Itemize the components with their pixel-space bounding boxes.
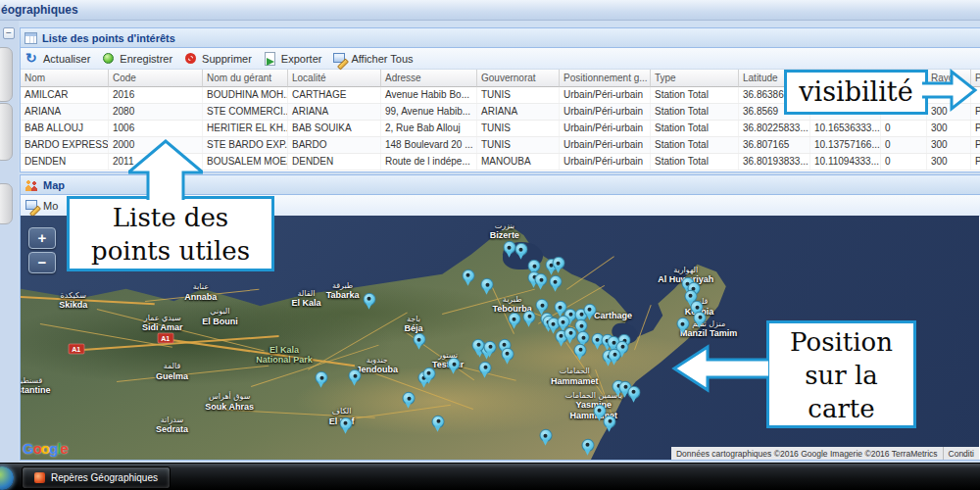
cell-col-cachee: 0 [881, 137, 927, 153]
google-logo-letter: g [49, 440, 57, 457]
callout-visibilite-text: visibilité [799, 76, 912, 107]
supprimer-button[interactable]: Supprimer [184, 52, 252, 65]
cell-longitude: 10.16536333... [810, 121, 881, 136]
cell-gouvernorat: TUNIS [477, 87, 560, 103]
map-place-label: عنابةAnnaba [184, 283, 217, 303]
map-marker[interactable] [349, 369, 362, 382]
map-marker[interactable] [339, 417, 352, 430]
column-header-positionnement[interactable]: Positionnement g... [560, 70, 651, 87]
enregistrer-button[interactable]: Enregistrer [102, 52, 172, 65]
cell-localite: BAB SOUIKA [288, 121, 381, 136]
delete-icon [184, 52, 198, 65]
map-marker[interactable] [479, 362, 492, 374]
map-marker[interactable] [583, 304, 596, 317]
map-marker[interactable] [694, 311, 707, 323]
cell-latitude: 36.80225833... [739, 121, 810, 136]
actualiser-button[interactable]: Actualiser [25, 52, 90, 65]
callout-position-line1: Position [769, 325, 913, 359]
collapsed-panel-handle[interactable] [0, 183, 13, 224]
column-header-adresse[interactable]: Adresse [381, 70, 477, 87]
map-marker[interactable] [484, 341, 497, 354]
app-pin-icon [34, 472, 45, 483]
highway-badge: A1 [157, 333, 173, 344]
map-marker[interactable] [609, 349, 621, 362]
map-marker[interactable] [564, 327, 577, 340]
map-marker[interactable] [523, 310, 536, 322]
map-marker[interactable] [363, 292, 375, 305]
cell-rayon: 300 [927, 121, 971, 136]
map-marker[interactable] [574, 344, 587, 357]
column-header-localite[interactable]: Localité [288, 70, 381, 87]
map-place-label: Carthage [594, 311, 632, 320]
cell-type: Station Total [651, 104, 739, 120]
cell-gerant: STE BARDO EXP... [203, 137, 288, 153]
map-marker[interactable] [577, 331, 590, 344]
cell-p: P [971, 121, 980, 136]
afficher-tous-label: Afficher Tous [351, 53, 413, 65]
collapsed-panel-handle[interactable] [0, 47, 13, 102]
map-marker[interactable] [514, 243, 527, 256]
map-marker[interactable] [462, 270, 474, 282]
map-marker[interactable] [575, 319, 588, 332]
map-marker[interactable] [403, 392, 416, 405]
map-marker[interactable] [481, 278, 494, 291]
cell-p: P [971, 137, 980, 153]
map-marker[interactable] [501, 348, 514, 361]
column-header-gerant[interactable]: Nom du gérant [203, 70, 288, 87]
afficher-tous-button[interactable]: Afficher Tous [333, 52, 413, 65]
map-marker[interactable] [535, 273, 548, 286]
map-place-label: باجةBéja [404, 315, 422, 334]
exporter-button[interactable]: Exporter [264, 52, 322, 65]
highway-badge: A1 [68, 343, 84, 354]
cell-code: 1006 [109, 121, 203, 136]
collapsed-panel-handle[interactable] [0, 103, 13, 161]
column-header-code[interactable]: Code [109, 70, 203, 87]
map-marker[interactable] [552, 257, 564, 270]
map-marker[interactable] [422, 367, 435, 379]
collapse-panel-button[interactable]: − [3, 27, 15, 39]
map-attribution: Données cartographiques ©2016 Google Ima… [671, 447, 979, 460]
map-marker[interactable] [604, 416, 616, 428]
map-marker[interactable] [316, 371, 328, 384]
map-place-label: سوق أهراسSouk Ahras [205, 393, 254, 413]
map-marker[interactable] [581, 439, 594, 452]
cell-type: Station Total [651, 137, 739, 153]
grid-panel-title: Liste des points d'intérêts [42, 32, 175, 44]
column-header-nom[interactable]: Nom [21, 70, 109, 87]
save-icon [102, 52, 116, 65]
map-marker[interactable] [536, 299, 549, 312]
cell-gouvernorat: MANOUBA [477, 154, 560, 170]
table-row[interactable]: BAB ALLOUJ1006HERITIER EL KH...BAB SOUIK… [21, 121, 980, 137]
callout-liste-points: Liste des points utiles [67, 196, 274, 271]
zoom-out-button[interactable]: − [28, 252, 56, 273]
map-marker[interactable] [627, 385, 640, 398]
start-button[interactable] [0, 466, 14, 490]
modifier-button[interactable]: Mo [25, 199, 58, 212]
cell-gerant: BOUSALEM MOEZ [203, 154, 288, 170]
map-marker[interactable] [448, 358, 461, 370]
cell-positionnement: Urbain/Péri-urbain [560, 121, 651, 136]
zoom-in-button[interactable]: + [28, 227, 56, 249]
enregistrer-label: Enregistrer [120, 53, 172, 65]
map-place-label: الحماماتHammamet [551, 368, 599, 387]
map-place-label: قسنطينةonstantine [21, 377, 51, 397]
map-marker[interactable] [593, 405, 606, 417]
map-marker[interactable] [676, 318, 689, 330]
map-place-label: البونيEl Bouni [202, 308, 238, 327]
map-marker[interactable] [539, 429, 552, 442]
column-header-gouvernorat[interactable]: Gouvernorat [477, 70, 560, 87]
cell-type: Station Total [651, 87, 739, 103]
map-marker[interactable] [413, 333, 425, 346]
column-header-type[interactable]: Type [651, 70, 739, 87]
map-marker[interactable] [508, 313, 520, 325]
modifier-label: Mo [43, 200, 58, 212]
cell-col-cachee: 0 [881, 121, 927, 136]
callout-arrow-up [128, 139, 203, 200]
map-marker[interactable] [432, 416, 445, 428]
callout-liste-line1: Liste des [70, 201, 271, 234]
taskbar-app-button[interactable]: Repères Géographiques [22, 466, 171, 489]
attribution-terms-link[interactable]: Conditi [943, 447, 979, 460]
map-marker[interactable] [549, 275, 562, 288]
cell-localite: CARTHAGE [288, 87, 381, 103]
cell-adresse: Avenue Habib Bo... [381, 87, 477, 103]
